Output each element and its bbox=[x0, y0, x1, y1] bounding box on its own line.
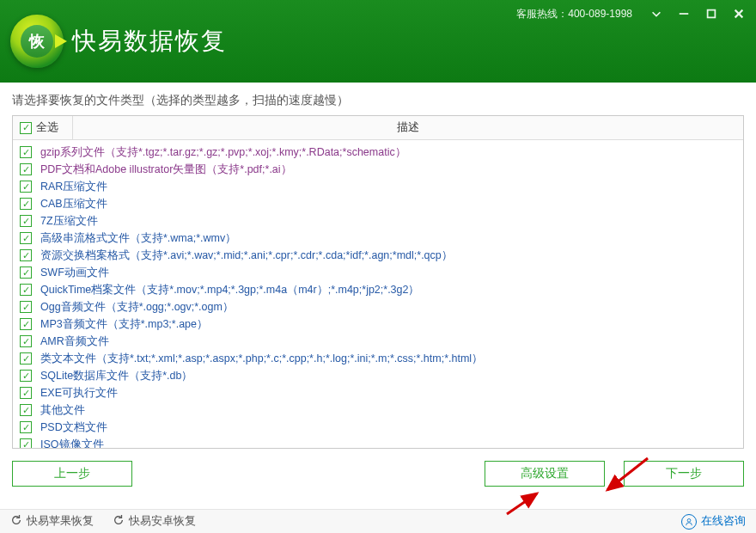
table-row[interactable]: 资源交换档案格式（支持*.avi;*.wav;*.mid;*.ani;*.cpr… bbox=[13, 247, 743, 264]
row-label: 7Z压缩文件 bbox=[40, 214, 98, 229]
row-checkbox[interactable] bbox=[20, 198, 32, 210]
row-checkbox[interactable] bbox=[20, 318, 32, 330]
table-row[interactable]: 高级串流格式文件（支持*.wma;*.wmv） bbox=[13, 230, 743, 247]
row-label: Ogg音频文件（支持*.ogg;*.ogv;*.ogm） bbox=[40, 300, 234, 315]
select-all-label: 全选 bbox=[36, 120, 58, 135]
table-row[interactable]: PDF文档和Adobe illustrator矢量图（支持*.pdf;*.ai） bbox=[13, 161, 743, 178]
row-label: PSD文档文件 bbox=[40, 420, 107, 435]
row-checkbox[interactable] bbox=[20, 146, 32, 158]
row-checkbox[interactable] bbox=[20, 404, 32, 416]
advanced-settings-button[interactable]: 高级设置 bbox=[485, 461, 605, 487]
table-row[interactable]: PSD文档文件 bbox=[13, 419, 743, 436]
row-label: 其他文件 bbox=[40, 403, 85, 418]
desc-header: 描述 bbox=[73, 116, 743, 139]
row-label: gzip系列文件（支持*.tgz;*.tar.gz;*.gz;*.pvp;*.x… bbox=[40, 145, 406, 160]
logo: 恢 快易数据恢复 bbox=[10, 15, 227, 68]
title-bar: 客服热线：400-089-1998 bbox=[516, 5, 747, 22]
maximize-icon[interactable] bbox=[703, 5, 720, 22]
row-checkbox[interactable] bbox=[20, 249, 32, 261]
row-label: MP3音频文件（支持*.mp3;*.ape） bbox=[40, 317, 208, 332]
row-checkbox[interactable] bbox=[20, 301, 32, 313]
online-label: 在线咨询 bbox=[701, 514, 746, 529]
table-row[interactable]: SQLite数据库文件（支持*.db） bbox=[13, 367, 743, 384]
table-row[interactable]: AMR音频文件 bbox=[13, 333, 743, 350]
hotline: 客服热线：400-089-1998 bbox=[516, 7, 632, 21]
table-row[interactable]: 类文本文件（支持*.txt;*.xml;*.asp;*.aspx;*.php;*… bbox=[13, 350, 743, 367]
table-row[interactable]: 7Z压缩文件 bbox=[13, 212, 743, 230]
footer-apple-label: 快易苹果恢复 bbox=[27, 514, 94, 529]
row-label: AMR音频文件 bbox=[40, 334, 109, 349]
app-title: 快易数据恢复 bbox=[72, 25, 227, 58]
table-row[interactable]: 其他文件 bbox=[13, 401, 743, 419]
button-row: 上一步 高级设置 下一步 bbox=[12, 461, 744, 487]
row-checkbox[interactable] bbox=[20, 421, 32, 433]
next-button[interactable]: 下一步 bbox=[624, 461, 744, 487]
close-icon[interactable] bbox=[730, 5, 747, 22]
logo-arrow-icon bbox=[55, 34, 67, 48]
refresh-icon bbox=[10, 514, 22, 529]
logo-char: 恢 bbox=[21, 25, 53, 58]
table-row[interactable]: gzip系列文件（支持*.tgz;*.tar.gz;*.gz;*.pvp;*.x… bbox=[13, 144, 743, 161]
hotline-label: 客服热线： bbox=[516, 8, 568, 20]
row-label: SWF动画文件 bbox=[40, 266, 109, 280]
minimize-icon[interactable] bbox=[675, 5, 692, 22]
table-row[interactable]: Ogg音频文件（支持*.ogg;*.ogv;*.ogm） bbox=[13, 298, 743, 316]
table-row[interactable]: MP3音频文件（支持*.mp3;*.ape） bbox=[13, 316, 743, 333]
row-checkbox[interactable] bbox=[20, 163, 32, 175]
row-label: PDF文档和Adobe illustrator矢量图（支持*.pdf;*.ai） bbox=[40, 162, 292, 177]
table-row[interactable]: RAR压缩文件 bbox=[13, 178, 743, 195]
table-row[interactable]: QuickTime档案文件（支持*.mov;*.mp4;*.3gp;*.m4a（… bbox=[13, 281, 743, 298]
row-checkbox[interactable] bbox=[20, 266, 32, 279]
svg-point-4 bbox=[687, 518, 691, 522]
row-checkbox[interactable] bbox=[20, 352, 32, 365]
table-header: 全选 描述 bbox=[13, 116, 743, 140]
row-label: QuickTime档案文件（支持*.mov;*.mp4;*.3gp;*.m4a（… bbox=[40, 283, 419, 297]
select-all-checkbox[interactable] bbox=[20, 122, 32, 134]
select-all-cell[interactable]: 全选 bbox=[13, 116, 73, 139]
row-checkbox[interactable] bbox=[20, 335, 32, 347]
footer-android-label: 快易安卓恢复 bbox=[129, 514, 196, 529]
table-row[interactable]: CAB压缩文件 bbox=[13, 195, 743, 212]
row-label: RAR压缩文件 bbox=[40, 180, 107, 194]
row-label: 类文本文件（支持*.txt;*.xml;*.asp;*.aspx;*.php;*… bbox=[40, 352, 483, 366]
refresh-icon bbox=[113, 514, 125, 529]
row-checkbox[interactable] bbox=[20, 387, 32, 399]
svg-rect-1 bbox=[708, 10, 716, 18]
table-row[interactable]: ISO镜像文件 bbox=[13, 436, 743, 448]
row-checkbox[interactable] bbox=[20, 284, 32, 296]
online-consult[interactable]: 在线咨询 bbox=[681, 514, 746, 530]
footer-link-apple[interactable]: 快易苹果恢复 bbox=[10, 514, 94, 529]
row-label: SQLite数据库文件（支持*.db） bbox=[40, 369, 192, 383]
row-label: ISO镜像文件 bbox=[40, 438, 104, 449]
app-header: 恢 快易数据恢复 客服热线：400-089-1998 bbox=[0, 0, 756, 83]
table-body[interactable]: gzip系列文件（支持*.tgz;*.tar.gz;*.gz;*.pvp;*.x… bbox=[13, 140, 743, 448]
row-label: 资源交换档案格式（支持*.avi;*.wav;*.mid;*.ani;*.cpr… bbox=[40, 248, 453, 263]
footer: 快易苹果恢复 快易安卓恢复 在线咨询 bbox=[0, 509, 756, 533]
row-label: CAB压缩文件 bbox=[40, 197, 107, 211]
row-checkbox[interactable] bbox=[20, 181, 32, 193]
footer-link-android[interactable]: 快易安卓恢复 bbox=[113, 514, 196, 529]
row-checkbox[interactable] bbox=[20, 370, 32, 382]
logo-icon: 恢 bbox=[10, 15, 64, 68]
table-row[interactable]: EXE可执行文件 bbox=[13, 384, 743, 401]
row-checkbox[interactable] bbox=[20, 232, 32, 244]
prev-button[interactable]: 上一步 bbox=[12, 461, 132, 487]
file-type-table: 全选 描述 gzip系列文件（支持*.tgz;*.tar.gz;*.gz;*.p… bbox=[12, 115, 744, 449]
table-row[interactable]: SWF动画文件 bbox=[13, 264, 743, 281]
hotline-number: 400-089-1998 bbox=[568, 8, 632, 20]
instruction-text: 请选择要恢复的文件类型（选择的类型越多，扫描的速度越慢） bbox=[0, 83, 756, 115]
row-label: 高级串流格式文件（支持*.wma;*.wmv） bbox=[40, 231, 236, 246]
chevron-down-icon[interactable] bbox=[648, 5, 665, 22]
row-label: EXE可执行文件 bbox=[40, 386, 118, 401]
row-checkbox[interactable] bbox=[20, 215, 32, 227]
row-checkbox[interactable] bbox=[20, 438, 32, 448]
person-icon bbox=[681, 514, 697, 530]
